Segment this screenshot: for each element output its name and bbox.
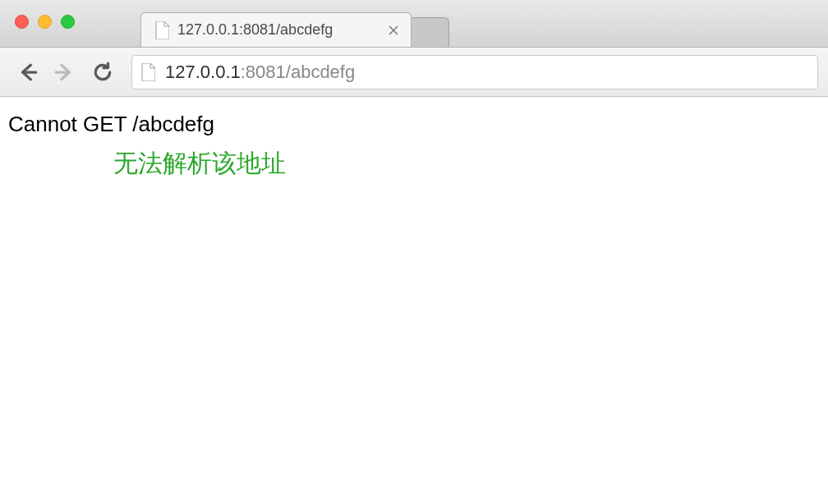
file-icon — [140, 63, 155, 81]
window-close-button[interactable] — [15, 15, 29, 29]
address-bar[interactable]: 127.0.0.1:8081/abcdefg — [131, 55, 818, 89]
page-content: Cannot GET /abcdefg 无法解析该地址 — [0, 97, 828, 195]
window-titlebar: 127.0.0.1:8081/abcdefg — [0, 0, 828, 48]
reload-button[interactable] — [85, 55, 120, 89]
error-message: Cannot GET /abcdefg — [8, 112, 820, 137]
browser-toolbar: 127.0.0.1:8081/abcdefg — [0, 48, 828, 97]
tabs-area: 127.0.0.1:8081/abcdefg — [140, 0, 449, 47]
tab-title: 127.0.0.1:8081/abcdefg — [177, 21, 380, 39]
new-tab-button[interactable] — [408, 17, 449, 47]
tab-close-button[interactable] — [386, 23, 401, 38]
file-icon — [154, 21, 169, 39]
window-maximize-button[interactable] — [61, 15, 75, 29]
url-host: 127.0.0.1 — [165, 62, 241, 83]
browser-tab-active[interactable]: 127.0.0.1:8081/abcdefg — [140, 12, 412, 47]
window-controls — [0, 0, 75, 29]
url-path: :8081/abcdefg — [241, 62, 355, 83]
forward-button[interactable] — [48, 55, 82, 89]
window-minimize-button[interactable] — [38, 15, 52, 29]
back-button[interactable] — [10, 55, 44, 89]
annotation-text: 无法解析该地址 — [113, 147, 820, 181]
